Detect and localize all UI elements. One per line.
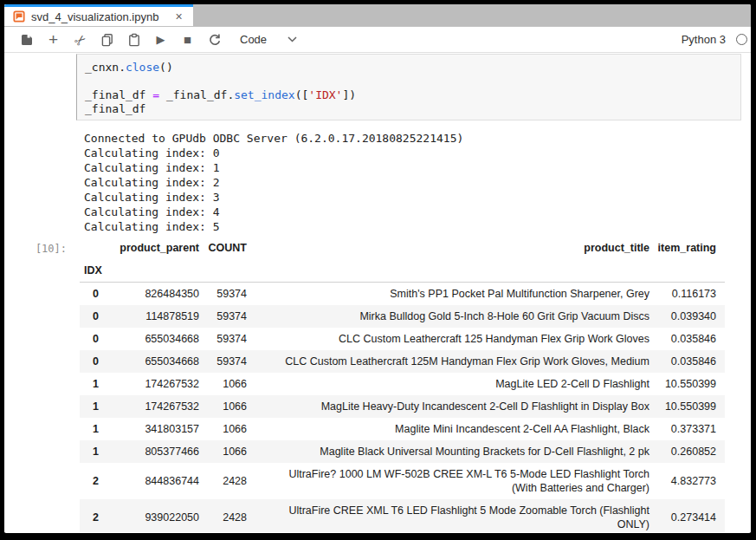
cell-idx: 0 xyxy=(80,350,99,373)
cell-count: 1066 xyxy=(199,418,247,440)
cell-type-value: Code xyxy=(240,33,267,46)
cell-product-title: MagLite Heavy-Duty Incandescent 2-Cell D… xyxy=(247,395,649,418)
table-row: 11742675321066MagLite LED 2-Cell D Flash… xyxy=(80,373,725,395)
index-name-row: IDX xyxy=(80,259,725,283)
kernel-name[interactable]: Python 3 xyxy=(682,33,726,46)
cell-product-parent: 844836744 xyxy=(99,463,199,499)
code-line xyxy=(85,75,733,88)
save-icon xyxy=(20,33,34,47)
code-line: _final_df = _final_df.set_index(['IDX']) xyxy=(85,88,733,102)
code-line: _final_df xyxy=(85,102,733,116)
cell-count: 59374 xyxy=(199,350,247,373)
cut-cells-button[interactable]: ✂ xyxy=(62,23,97,57)
table-row: 18053774661066Maglite Black Universal Mo… xyxy=(80,440,725,463)
code-line: _cnxn.close() xyxy=(85,61,733,75)
cell-count: 59374 xyxy=(199,305,247,328)
code-cell-editor[interactable]: _cnxn.close() _final_df = _final_df.set_… xyxy=(76,54,741,120)
stream-line: Calculating index: 0 xyxy=(84,146,463,160)
cell-item-rating: 0.116173 xyxy=(649,283,725,306)
cell-item-rating: 4.832773 xyxy=(649,463,725,499)
copy-icon xyxy=(100,33,114,47)
notebook-toolbar: + ✂ ▶ ■ Code xyxy=(4,27,751,53)
cell-product-title: MagLite LED 2-Cell D Flashlight xyxy=(247,373,649,395)
tab-title: svd_4_visualization.ipynb xyxy=(31,10,158,23)
col-header-count: COUNT xyxy=(199,237,247,259)
cell-idx: 1 xyxy=(80,418,99,440)
cell-item-rating: 0.373371 xyxy=(649,418,725,440)
col-header-product-parent: product_parent xyxy=(99,237,199,259)
cell-item-rating: 0.035846 xyxy=(649,328,725,350)
run-cell-button[interactable]: ▶ xyxy=(147,29,174,51)
play-icon: ▶ xyxy=(157,33,165,46)
save-button[interactable] xyxy=(13,29,40,51)
cell-product-parent: 174267532 xyxy=(99,373,199,395)
table-row: 28448367442428UltraFire? 1000 LM WF-502B… xyxy=(80,463,725,499)
cell-count: 59374 xyxy=(199,328,247,350)
cell-product-parent: 655034668 xyxy=(99,328,199,350)
code-lines: _cnxn.close() _final_df = _final_df.set_… xyxy=(85,61,733,116)
col-header-item-rating: item_rating xyxy=(649,237,725,259)
dataframe-body: 082648435059374Smith's PP1 Pocket Pal Mu… xyxy=(80,283,725,533)
stream-line: Calculating index: 1 xyxy=(84,160,463,175)
interrupt-kernel-button[interactable]: ■ xyxy=(174,29,201,51)
table-row: 065503466859374CLC Custom Leathercraft 1… xyxy=(80,350,725,373)
cell-count: 2428 xyxy=(199,463,247,499)
cell-product-parent: 805377466 xyxy=(99,440,199,463)
cell-product-title: Maglite Mini Incandescent 2-Cell AA Flas… xyxy=(247,418,649,440)
corner-header xyxy=(80,237,99,259)
output-prompt: [10]: xyxy=(27,243,67,255)
cell-item-rating: 10.550399 xyxy=(649,373,725,395)
table-row: 011487851959374Mirka Bulldog Gold 5-Inch… xyxy=(80,305,725,328)
cell-idx: 0 xyxy=(80,328,99,350)
notebook-file-icon xyxy=(13,10,25,23)
cell-product-parent: 826484350 xyxy=(99,283,199,306)
cell-product-title: CLC Custom Leathercraft 125M Handyman Fl… xyxy=(247,350,649,373)
cell-idx: 1 xyxy=(80,440,99,463)
cell-idx: 0 xyxy=(80,283,99,306)
tab-close-icon[interactable]: × xyxy=(175,10,182,23)
cell-idx: 0 xyxy=(80,305,99,328)
restart-kernel-button[interactable] xyxy=(201,29,228,51)
paste-cells-button[interactable] xyxy=(120,29,147,51)
cell-count: 1066 xyxy=(199,373,247,395)
cell-product-title: UltraFire? 1000 LM WF-502B CREE XM-L T6 … xyxy=(247,463,649,499)
column-header-row: product_parent COUNT product_title item_… xyxy=(80,237,725,259)
cell-product-title: UltraFire CREE XML T6 LED Flashlight 5 M… xyxy=(247,499,649,532)
paste-icon xyxy=(127,33,141,47)
table-row: 082648435059374Smith's PP1 Pocket Pal Mu… xyxy=(80,283,725,306)
cell-idx: 1 xyxy=(80,395,99,418)
notebook-content: _cnxn.close() _final_df = _final_df.set_… xyxy=(4,53,751,532)
dataframe-table: product_parent COUNT product_title item_… xyxy=(80,237,725,532)
plus-icon: + xyxy=(48,30,58,49)
cell-product-parent: 939022050 xyxy=(99,499,199,532)
scissors-icon: ✂ xyxy=(70,29,89,49)
cell-item-rating: 0.039340 xyxy=(649,305,725,328)
cell-type-dropdown[interactable]: Code xyxy=(240,33,297,46)
stream-line: Calculating index: 5 xyxy=(84,219,463,234)
cell-count: 1066 xyxy=(199,440,247,463)
cell-idx: 2 xyxy=(80,463,99,499)
cell-item-rating: 10.550399 xyxy=(649,395,725,418)
cell-count: 59374 xyxy=(199,283,247,306)
table-row: 11742675321066MagLite Heavy-Duty Incande… xyxy=(80,395,725,418)
cell-product-parent: 174267532 xyxy=(99,395,199,418)
refresh-icon xyxy=(208,33,222,47)
cell-count: 2428 xyxy=(199,499,247,532)
cell-count: 1066 xyxy=(199,395,247,418)
cell-idx: 2 xyxy=(80,499,99,532)
cell-product-title: Smith's PP1 Pocket Pal Multifunction Sha… xyxy=(247,283,649,306)
stream-output: Connected to GPUdb ODBC Server (6.2.0.17… xyxy=(84,131,463,234)
cell-idx: 1 xyxy=(80,373,99,395)
kernel-status-icon[interactable] xyxy=(736,34,747,45)
tab-bar: svd_4_visualization.ipynb × xyxy=(4,4,751,27)
stop-icon: ■ xyxy=(184,32,191,47)
stream-line: Calculating index: 3 xyxy=(84,190,463,205)
table-row: 29390220502428UltraFire CREE XML T6 LED … xyxy=(80,499,725,532)
tab-notebook[interactable]: svd_4_visualization.ipynb × xyxy=(4,4,193,26)
cell-item-rating: 0.273414 xyxy=(649,499,725,532)
table-row: 065503466859374CLC Custom Leathercraft 1… xyxy=(80,328,725,350)
notebook-window: svd_4_visualization.ipynb × + ✂ ▶ ■ xyxy=(4,4,751,533)
cell-product-title: CLC Custom Leathercraft 125 Handyman Fle… xyxy=(247,328,649,350)
cell-product-parent: 114878519 xyxy=(99,305,199,328)
col-header-product-title: product_title xyxy=(247,237,649,259)
